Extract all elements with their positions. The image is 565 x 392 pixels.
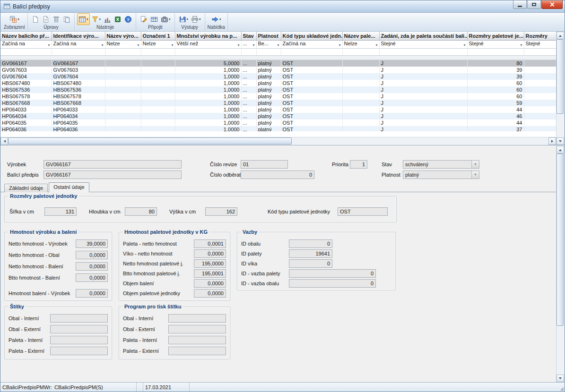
grid-cell[interactable]: 60 — [467, 93, 524, 100]
grid-cell[interactable]: HP064033 — [52, 106, 105, 113]
grid-row[interactable]: HBS067668HBS0676681,0000...platnýOSTJ59 — [0, 100, 556, 106]
grid-cell[interactable]: 46 — [467, 113, 524, 119]
grid-filter-cell[interactable]: ▾Větší než — [175, 41, 241, 49]
grid-cell[interactable] — [141, 60, 175, 67]
grid-cell[interactable]: ... — [241, 106, 256, 113]
grid-cell[interactable] — [342, 60, 379, 67]
detail-vscroll-track[interactable] — [556, 153, 565, 375]
grid-row[interactable]: GV067604GV0676041,0000...platnýOSTJ39 — [0, 73, 556, 80]
menu-button[interactable]: ▾ — [210, 13, 223, 25]
grid-cell[interactable] — [524, 113, 556, 119]
grid-column-header[interactable]: Platnost — [256, 32, 281, 41]
grid-cell[interactable]: OST — [281, 80, 342, 86]
grid-cell[interactable]: platný — [256, 113, 281, 119]
attach-table-button[interactable] — [149, 13, 159, 25]
grid-column-header[interactable]: Stav — [241, 32, 256, 41]
grid-cell[interactable]: OST — [281, 119, 342, 126]
grid-filter-input[interactable] — [256, 49, 281, 56]
grid-filter-cell[interactable]: ▾Stejné — [467, 41, 524, 49]
tab-ostatni-udaje[interactable]: Ostatní údaje — [49, 182, 89, 192]
grid-cell[interactable]: 1,0000 — [175, 93, 241, 100]
hscroll-thumb[interactable] — [8, 137, 292, 145]
grid-cell[interactable]: ... — [241, 100, 256, 106]
grid-cell[interactable]: ... — [241, 60, 256, 67]
grid-cell[interactable] — [105, 93, 141, 100]
grid-cell[interactable]: HBS067668 — [52, 100, 105, 106]
grid-row[interactable]: GV067603GV0676031,0000...platnýOSTJ39 — [0, 67, 556, 73]
grid-cell[interactable]: GV067603 — [0, 67, 52, 73]
resize-grip[interactable]: ◢ — [556, 383, 565, 392]
grid-row[interactable]: GV066167GV0661675,0000...platnýOSTJ80 — [0, 60, 556, 67]
table-settings-button[interactable]: ▾ — [77, 13, 90, 25]
grid-filter-input[interactable] — [467, 49, 524, 56]
grid-cell[interactable]: J — [379, 100, 467, 106]
grid-cell[interactable]: 59 — [467, 100, 524, 106]
grid-cell[interactable]: J — [379, 80, 467, 86]
grid-column-header[interactable]: Název pale... — [342, 32, 379, 41]
grid-cell[interactable] — [141, 86, 175, 93]
grid-cell[interactable]: platný — [256, 93, 281, 100]
grid-cell[interactable] — [342, 126, 379, 131]
scroll-up-button[interactable] — [556, 32, 564, 39]
grid-cell[interactable] — [342, 80, 379, 86]
grid-cell[interactable]: HBS067536 — [52, 86, 105, 93]
grid-vscroll-track[interactable] — [556, 39, 565, 137]
grid-cell[interactable] — [141, 73, 175, 80]
grid-row[interactable]: HP064035HP0640351,0000...platnýOSTJ44 — [0, 119, 556, 126]
scroll-left-button[interactable] — [0, 137, 8, 145]
grid-filter-cell[interactable]: ▾... — [241, 41, 256, 49]
scroll-right-button[interactable] — [548, 137, 556, 145]
grid-cell[interactable]: HP064035 — [0, 119, 52, 126]
grid-cell[interactable]: 60 — [467, 86, 524, 93]
hscroll-track[interactable] — [8, 137, 548, 145]
grid-filter-cell[interactable]: ▾Nelze — [105, 41, 141, 49]
grid-cell[interactable] — [105, 80, 141, 86]
grid-column-header[interactable]: Rozměry paletové je... — [467, 32, 524, 41]
grid-cell[interactable] — [105, 126, 141, 131]
grid-column-header[interactable]: Zadání, zda je paleta součástí bali... — [379, 32, 467, 41]
detail-vertical-scrollbar[interactable] — [556, 146, 565, 382]
grid-filter-input[interactable] — [105, 49, 141, 56]
grid-cell[interactable]: HP064035 — [52, 119, 105, 126]
grid-cell[interactable] — [141, 106, 175, 113]
grid-cell[interactable]: platný — [256, 73, 281, 80]
grid-cell[interactable] — [105, 119, 141, 126]
grid-cell[interactable]: platný — [256, 67, 281, 73]
chart-button[interactable] — [102, 13, 113, 25]
grid-cell[interactable]: GV066167 — [0, 60, 52, 67]
edit-attachment-button[interactable] — [139, 13, 149, 25]
grid-cell[interactable]: ... — [241, 126, 256, 131]
horizontal-scrollbar[interactable] — [0, 137, 556, 145]
grid-cell[interactable]: HP064036 — [52, 126, 105, 131]
grid-cell[interactable]: OST — [281, 60, 342, 67]
grid-row[interactable]: HBS067536HBS0675361,0000...platnýOSTJ60 — [0, 86, 556, 93]
grid-filter-input[interactable] — [241, 49, 256, 56]
grid-cell[interactable] — [141, 119, 175, 126]
grid-cell[interactable] — [524, 73, 556, 80]
grid-cell[interactable]: J — [379, 126, 467, 131]
grid-filter-input[interactable] — [281, 49, 342, 56]
grid-cell[interactable]: HP064034 — [0, 113, 52, 119]
detail-vscroll-thumb[interactable] — [556, 153, 564, 326]
grid-filter-cell[interactable]: ▾Začíná na — [0, 41, 52, 49]
grid-cell[interactable]: J — [379, 86, 467, 93]
export-button[interactable]: ▾ — [177, 13, 190, 25]
grid-column-header[interactable]: Identifikace výro... — [52, 32, 105, 41]
grid-cell[interactable] — [524, 100, 556, 106]
grid-filter-cell[interactable]: ▾Stejné — [524, 41, 556, 49]
grid-row[interactable]: HP064034HP0640341,0000...platnýOSTJ46 — [0, 113, 556, 119]
grid-cell[interactable]: 5,0000 — [175, 60, 241, 67]
grid-cell[interactable] — [105, 113, 141, 119]
grid-row[interactable]: HP064033HP0640331,0000...platnýOSTJ44 — [0, 106, 556, 113]
grid-cell[interactable]: ... — [241, 67, 256, 73]
view-options-button[interactable]: ▾ — [8, 13, 21, 25]
grid-cell[interactable]: 1,0000 — [175, 80, 241, 86]
grid-cell[interactable]: HBS067536 — [0, 86, 52, 93]
grid-cell[interactable]: 1,0000 — [175, 106, 241, 113]
grid-cell[interactable]: GV067604 — [52, 73, 105, 80]
grid-cell[interactable]: J — [379, 93, 467, 100]
grid-filter-input[interactable] — [52, 49, 105, 56]
edit-record-button[interactable] — [41, 13, 51, 25]
grid-cell[interactable] — [141, 113, 175, 119]
grid-cell[interactable] — [342, 73, 379, 80]
